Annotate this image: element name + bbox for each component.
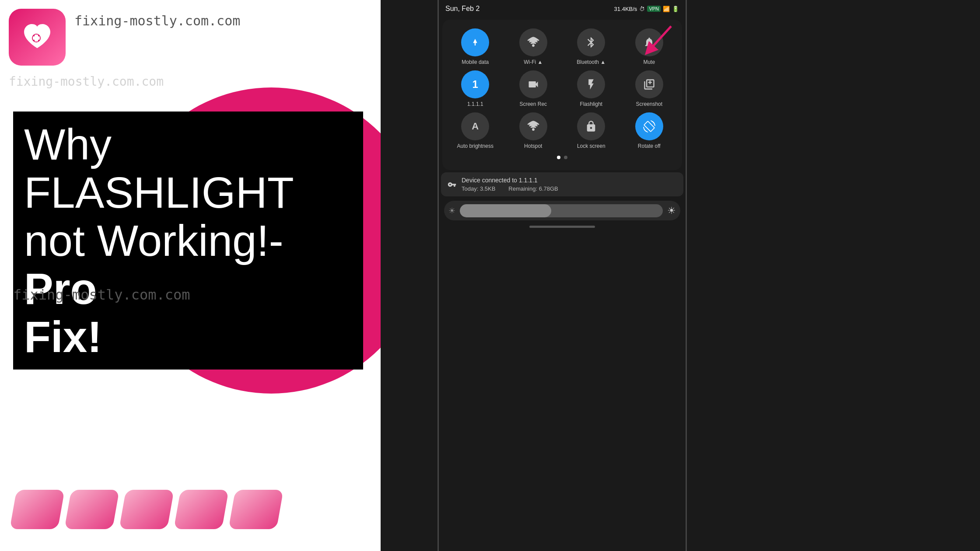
tile-lock-screen[interactable]: Lock screen — [565, 112, 618, 149]
vpn-icon-bg: 1 — [461, 70, 489, 98]
svg-rect-2 — [33, 36, 40, 40]
clock-icon: ⏱ — [639, 6, 645, 12]
screen-rec-icon-bg — [519, 70, 547, 98]
flashlight-label: Flashlight — [580, 101, 602, 107]
logo — [9, 9, 66, 66]
phone-container: Sun, Feb 2 31.4KB/s ⏱ VPN 📶 🔋 — [438, 0, 687, 551]
chevron-1 — [10, 490, 65, 529]
tile-auto-brightness[interactable]: A Auto brightness — [449, 112, 502, 149]
vpn-today: Today: 3.5KB — [462, 185, 495, 192]
page-dots — [447, 156, 678, 159]
vpn-stats: Today: 3.5KB Remaining: 6.78GB — [462, 185, 558, 192]
status-date: Sun, Feb 2 — [445, 5, 480, 13]
wifi-label: Wi-Fi ▲ — [524, 59, 542, 65]
screenshot-label: Screenshot — [636, 101, 662, 107]
dot-1 — [557, 156, 560, 159]
quick-settings-panel: Mobile data Wi-Fi ▲ — [442, 20, 682, 170]
tile-screen-rec[interactable]: Screen Rec — [507, 70, 560, 107]
tile-wifi[interactable]: Wi-Fi ▲ — [507, 28, 560, 65]
status-icons: 31.4KB/s ⏱ VPN 📶 🔋 — [614, 6, 679, 12]
headline-line3: Fix! — [24, 312, 102, 361]
vpn-label: 1.1.1.1 — [467, 101, 483, 107]
speed-indicator: 31.4KB/s — [614, 6, 637, 12]
lock-screen-icon-bg — [577, 112, 605, 140]
chevron-3 — [119, 490, 174, 529]
brightness-high-icon: ☀ — [667, 205, 676, 216]
brightness-slider[interactable] — [460, 204, 663, 217]
tile-bluetooth[interactable]: Bluetooth ▲ — [565, 28, 618, 65]
headline-line2: not Working!- — [24, 216, 284, 265]
headline-text: Why FLASHLIGHT not Working!- Pro Fix! — [24, 120, 352, 361]
hotspot-icon-bg — [519, 112, 547, 140]
mobile-data-label: Mobile data — [462, 59, 489, 65]
screen-rec-label: Screen Rec — [519, 101, 547, 107]
headline-box: Why FLASHLIGHT not Working!- Pro Fix! — [13, 112, 363, 370]
chevrons-decoration — [0, 490, 350, 529]
right-panel: Sun, Feb 2 31.4KB/s ⏱ VPN 📶 🔋 — [381, 0, 980, 551]
screenshot-icon-bg — [635, 70, 663, 98]
mobile-data-icon — [461, 28, 489, 56]
status-bar: Sun, Feb 2 31.4KB/s ⏱ VPN 📶 🔋 — [439, 0, 686, 17]
vpn-remaining: Remaining: 6.78GB — [508, 185, 558, 192]
chevron-2 — [64, 490, 119, 529]
headline-line1: Why FLASHLIGHT — [24, 120, 294, 217]
tile-flashlight[interactable]: Flashlight — [565, 70, 618, 107]
brightness-fill-level — [460, 204, 551, 217]
rotate-label: Rotate off — [638, 143, 661, 149]
tile-mobile-data[interactable]: Mobile data — [449, 28, 502, 65]
site-url-watermark: fixing-mostly.com.com — [9, 74, 164, 89]
battery-icon: 🔋 — [672, 6, 679, 12]
wifi-icon-bg — [519, 28, 547, 56]
red-arrow-annotation — [640, 24, 676, 61]
site-url-bottom: fixing-mostly.com.com — [13, 286, 190, 303]
svg-point-3 — [532, 45, 534, 46]
tile-screenshot[interactable]: Screenshot — [623, 70, 676, 107]
site-url-top: fixing-mostly.com.com — [74, 13, 240, 28]
chevron-4 — [174, 490, 229, 529]
flashlight-icon-bg — [577, 70, 605, 98]
brightness-low-icon: ☀ — [448, 206, 455, 216]
tile-vpn[interactable]: 1 1.1.1.1 — [449, 70, 502, 107]
signal-icon: 📶 — [663, 6, 670, 12]
tile-hotspot[interactable]: Hotspot — [507, 112, 560, 149]
tile-rotate[interactable]: Rotate off — [623, 112, 676, 149]
rotate-icon-bg — [635, 112, 663, 140]
vpn-badge: VPN — [647, 6, 661, 12]
bluetooth-icon-bg — [577, 28, 605, 56]
home-bar[interactable] — [529, 226, 595, 228]
lock-screen-label: Lock screen — [577, 143, 606, 149]
chevron-5 — [228, 490, 284, 529]
vpn-key-icon — [448, 180, 456, 189]
vpn-card: Device connected to 1.1.1.1 Today: 3.5KB… — [441, 172, 683, 196]
vpn-connected-text: Device connected to 1.1.1.1 — [462, 177, 558, 184]
svg-point-4 — [532, 129, 534, 130]
auto-brightness-label: Auto brightness — [457, 143, 494, 149]
dot-2 — [564, 156, 567, 159]
auto-brightness-icon-bg: A — [461, 112, 489, 140]
hotspot-label: Hotspot — [524, 143, 542, 149]
left-panel: fixing-mostly.com.com fixing-mostly.com.… — [0, 0, 381, 551]
brightness-bar[interactable]: ☀ ☀ — [444, 201, 680, 220]
bluetooth-label: Bluetooth ▲ — [577, 59, 606, 65]
